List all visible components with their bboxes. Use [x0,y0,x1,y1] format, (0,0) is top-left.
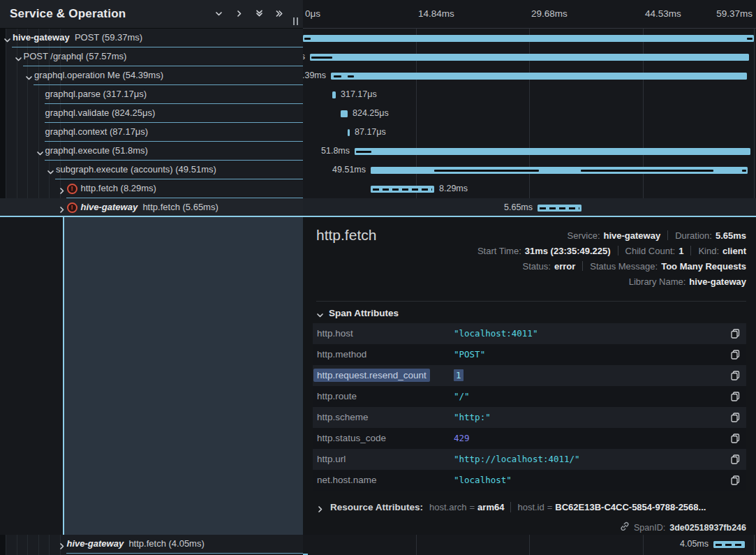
span-tree-row[interactable]: graphql.parse (317.17μs) [0,85,303,104]
resource-attributes-row[interactable]: Resource Attributes: host.arch=arm64host… [316,501,706,513]
resource-attributes-header: Resource Attributes: [330,502,423,512]
copy-icon[interactable] [731,350,740,360]
resource-pair: host.arch=arm64 [429,501,504,513]
meta-divider [618,246,618,256]
span-attributes-toggle[interactable]: Span Attributes [316,308,399,318]
span-bar[interactable] [332,91,336,98]
span-tree-row[interactable]: graphql.execute (51.8ms) [0,142,303,161]
resource-key: host.id [517,502,544,512]
span-row-label: graphql.parse (317.17μs) [45,89,147,99]
chevron-down-icon[interactable] [36,147,44,155]
attribute-row[interactable]: http.host"localhost:4011" [313,323,746,344]
error-icon: ! [67,184,77,194]
attribute-value: "/" [454,391,470,401]
attribute-row[interactable]: http.scheme"http:" [313,407,746,428]
span-bar[interactable] [713,541,745,548]
child-span-marker [334,75,341,77]
span-duration-label: 87.17μs [355,127,386,137]
span-meta-line: Start Time:31ms (23:35:49.225)Child Coun… [477,244,746,257]
service-name: hive-gateway [13,32,70,43]
child-span-marker [348,75,354,77]
timeline-row[interactable]: 54.39ms [303,66,756,85]
span-bar[interactable] [355,148,750,155]
copy-icon[interactable] [731,329,740,339]
span-row-label: POST /graphql (57.57ms) [24,51,127,61]
resource-key: host.arch [429,502,466,512]
meta-divider [582,261,583,271]
timeline-row[interactable]: 49.51ms [303,161,756,179]
span-detail-panel: http.fetch Service:hive-gatewayDuration:… [303,217,756,535]
timeline-row[interactable]: 4.05ms [303,535,756,554]
meta-value: 31ms (23:35:49.225) [525,246,611,256]
resource-value: BC62E13B-C4CC-5854-9788-2568... [555,502,706,512]
timeline-row[interactable]: 51.8ms [303,142,756,161]
attribute-row[interactable]: http.request.resend_count1 [313,365,746,386]
double-chevron-down-icon[interactable] [255,10,267,20]
panel-title: Service & Operation [10,7,126,21]
span-tree-row[interactable]: graphql.operation Me (54.39ms) [0,66,303,85]
child-span-marker [311,57,332,59]
attribute-value: 429 [454,433,470,443]
timeline-row[interactable]: 59.37ms [303,29,756,47]
operation-duration: graphql.context (87.17μs) [45,126,149,137]
chevron-down-icon[interactable] [215,10,226,20]
chevron-right-icon[interactable] [58,204,66,212]
chevron-right-icon[interactable] [58,185,66,193]
meta-item: Duration:5.65ms [675,230,746,241]
ruler-tick: 14.84ms [418,8,454,19]
copy-icon[interactable] [731,454,740,464]
timeline-row[interactable]: 5.65ms [303,198,756,217]
span-bar[interactable] [341,110,348,117]
attribute-row[interactable]: http.status_code429 [313,428,746,449]
span-row-label: hive-gateway POST (59.37ms) [13,32,142,43]
panel-resize-handle[interactable] [292,17,299,25]
attribute-key: http.scheme [317,412,369,422]
span-tree-row[interactable]: hive-gateway POST (59.37ms) [0,29,303,47]
span-bar[interactable] [348,129,350,136]
span-tree-row[interactable]: graphql.context (87.17μs) [0,123,303,142]
attribute-row[interactable]: http.route"/" [313,386,746,407]
copy-icon[interactable] [731,413,740,422]
chevron-right-icon[interactable] [235,10,246,20]
timeline-row[interactable]: 57.57ms [303,47,756,66]
meta-item: Library Name:hive-gateway [629,276,746,287]
row-separator [66,553,304,554]
copy-icon[interactable] [731,392,740,401]
span-bar[interactable] [538,205,581,212]
chevron-down-icon[interactable] [25,72,33,80]
attribute-row[interactable]: http.method"POST" [313,344,746,365]
selected-span-expansion-area [63,217,303,535]
attribute-value: "http://localhost:4011/" [454,454,580,464]
span-bar[interactable] [331,73,747,80]
span-tree-row[interactable]: graphql.validate (824.25μs) [0,104,303,123]
span-bar[interactable] [371,186,434,193]
chevron-right-icon[interactable] [58,540,66,548]
timeline-row[interactable]: 8.29ms [303,179,756,198]
span-tree-row[interactable]: subgraph.execute (accounts) (49.51ms) [0,161,303,179]
copy-icon[interactable] [731,475,740,485]
copy-icon[interactable] [731,371,740,380]
span-tree-row[interactable]: hive-gateway http.fetch (4.05ms) [0,535,303,554]
span-tree-row[interactable]: !hive-gateway http.fetch (5.65ms) [0,198,303,217]
attribute-row[interactable]: http.url"http://localhost:4011/" [313,449,746,470]
operation-duration: POST /graphql (57.57ms) [24,51,127,61]
double-chevron-right-icon[interactable] [276,10,287,20]
meta-value: error [554,261,575,272]
chevron-down-icon[interactable] [15,53,22,61]
attribute-row[interactable]: net.host.name"localhost" [313,470,746,491]
copy-icon[interactable] [731,434,740,443]
timeline-row[interactable]: 824.25μs [303,104,756,123]
chevron-down-icon[interactable] [47,166,54,174]
timeline-row[interactable]: 317.17μs [303,85,756,104]
span-row-label: hive-gateway http.fetch (4.05ms) [67,538,205,549]
chevron-down-icon[interactable] [3,34,11,42]
meta-item: Status:error [523,261,576,272]
span-tree-row[interactable]: POST /graphql (57.57ms) [0,47,303,66]
timeline-row[interactable]: 87.17μs [303,123,756,142]
span-bar[interactable] [310,54,749,61]
span-bar[interactable] [303,35,754,42]
link-icon[interactable] [620,521,630,534]
span-id-value: 3de02518937fb246 [669,523,746,533]
span-tree-row[interactable]: !http.fetch (8.29ms) [0,179,303,198]
separator [316,301,746,302]
